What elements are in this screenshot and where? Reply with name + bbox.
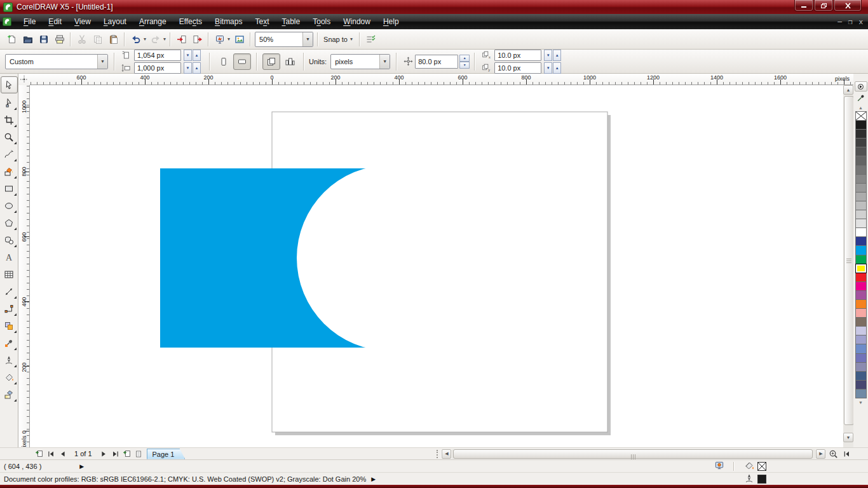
menu-bitmaps[interactable]: Bitmaps	[208, 15, 248, 28]
all-pages-button[interactable]	[262, 53, 280, 70]
fill-tool-flyout-indicator[interactable]	[14, 382, 17, 384]
palette-swatch-dusty-purple[interactable]	[855, 362, 867, 372]
first-page-button[interactable]	[46, 449, 56, 459]
palette-swatch-gray-11[interactable]	[855, 219, 867, 228]
scroll-up-button[interactable]: ▲	[843, 85, 853, 95]
interactive-fill-tool-flyout-indicator[interactable]	[14, 399, 17, 402]
copy-button[interactable]	[90, 32, 105, 46]
paste-button[interactable]	[106, 32, 121, 46]
palette-swatch-gray-03[interactable]	[855, 147, 867, 156]
ellipse-tool-flyout-indicator[interactable]	[14, 210, 17, 213]
palette-swatch-magenta[interactable]	[855, 281, 867, 291]
zoom-tool[interactable]	[1, 129, 17, 145]
freehand-tool[interactable]	[1, 146, 17, 162]
palette-swatch-dark-plum[interactable]	[855, 380, 867, 390]
save-button[interactable]	[36, 32, 51, 46]
open-button[interactable]	[20, 32, 35, 46]
print-button[interactable]	[52, 32, 67, 46]
menu-window[interactable]: Window	[337, 15, 377, 28]
fill-color-none-swatch[interactable]	[757, 462, 766, 471]
scroll-down-button[interactable]: ▼	[843, 433, 853, 442]
palette-swatch-gray-09[interactable]	[855, 201, 867, 210]
page-height-field[interactable]: 1,000 px	[134, 62, 181, 74]
page-tab[interactable]: Page 1	[147, 449, 186, 459]
outline-pen-tool-flyout-indicator[interactable]	[14, 365, 17, 367]
menu-effects[interactable]: Effects	[173, 15, 208, 28]
freehand-tool-flyout-indicator[interactable]	[14, 159, 17, 161]
crop-tool-flyout-indicator[interactable]	[14, 125, 17, 127]
next-page-button[interactable]	[99, 449, 109, 459]
duplicate-y-spinner[interactable]: ▼▲	[543, 62, 561, 74]
crop-tool[interactable]	[1, 112, 17, 128]
palette-swatch-gray-01[interactable]	[855, 129, 867, 139]
application-launcher-button-dropdown-arrow[interactable]: ▾	[227, 36, 230, 42]
palette-swatch-orange[interactable]	[855, 299, 867, 309]
redo-button-dropdown-arrow[interactable]: ▾	[163, 36, 166, 42]
units-combo[interactable]: pixels ▼	[330, 54, 390, 69]
palette-swatch-yellow[interactable]	[855, 264, 867, 273]
color-eyedropper-tool-flyout-indicator[interactable]	[14, 348, 17, 350]
snap-to-dropdown[interactable]: Snap to▾	[321, 32, 356, 46]
nudge-offset-spinner[interactable]: ▲▼	[459, 55, 470, 69]
zoom-tool-flyout-indicator[interactable]	[14, 142, 17, 144]
horizontal-scroll-thumb[interactable]	[453, 449, 813, 459]
palette-flyout-button[interactable]	[855, 81, 867, 92]
horizontal-scrollbar[interactable]: ◀ ▶	[442, 449, 825, 459]
undo-button-dropdown-arrow[interactable]: ▾	[144, 36, 146, 42]
palette-swatch-gray-07[interactable]	[855, 183, 867, 193]
dimension-tool-flyout-indicator[interactable]	[14, 296, 17, 299]
palette-swatch-white[interactable]	[855, 227, 867, 237]
palette-scroll-down-button[interactable]: ▼	[855, 400, 867, 405]
duplicate-distance-x-field[interactable]: 10.0 px	[494, 50, 541, 61]
snap-to-dropdown-arrow[interactable]: ▾	[350, 36, 353, 42]
palette-swatch-green[interactable]	[855, 255, 867, 264]
palette-swatch-gray-05[interactable]	[855, 165, 867, 175]
menu-view[interactable]: View	[68, 15, 97, 28]
add-page-button[interactable]	[34, 449, 44, 459]
pagebar-splitter-handle[interactable]	[437, 450, 442, 458]
palette-swatch-pink[interactable]	[855, 308, 867, 318]
outline-pen-icon[interactable]	[743, 473, 755, 485]
fill-tool[interactable]	[1, 369, 17, 385]
nudge-offset-field[interactable]: 80.0 px	[415, 55, 458, 69]
connector-tool-flyout-indicator[interactable]	[14, 313, 17, 316]
palette-swatch-black[interactable]	[855, 120, 867, 130]
connector-tool[interactable]	[1, 301, 17, 316]
last-page-button[interactable]	[111, 449, 121, 459]
application-launcher-button[interactable]	[212, 32, 227, 46]
add-page-button-right[interactable]	[122, 449, 132, 459]
undo-button[interactable]	[128, 32, 143, 46]
rectangle-tool-flyout-indicator[interactable]	[14, 193, 17, 196]
palette-swatch-cyan-blue[interactable]	[855, 245, 867, 255]
drawing-canvas[interactable]	[30, 85, 843, 447]
palette-swatch-lavender[interactable]	[855, 335, 867, 344]
menu-edit[interactable]: Edit	[42, 15, 68, 28]
page-preset-dropdown-arrow[interactable]: ▼	[97, 55, 107, 69]
units-dropdown-arrow[interactable]: ▼	[379, 55, 390, 69]
menu-table[interactable]: Table	[276, 15, 307, 28]
status-expand-arrow[interactable]: ▶	[79, 463, 84, 470]
outline-color-swatch[interactable]	[757, 475, 766, 484]
document-restore-button[interactable]: ❐	[848, 18, 853, 26]
portrait-orientation-button[interactable]	[215, 54, 232, 69]
palette-swatch-cornflower-blue[interactable]	[855, 344, 867, 353]
shape-tool-flyout-indicator[interactable]	[14, 107, 17, 110]
page-height-spinner[interactable]: ▼▲	[183, 62, 201, 74]
interactive-fill-tool[interactable]	[1, 386, 17, 402]
import-button[interactable]	[174, 32, 189, 46]
vertical-ruler[interactable]: pixels 10008006004002000	[18, 85, 30, 447]
table-tool[interactable]	[1, 266, 17, 282]
outline-pen-tool[interactable]	[1, 352, 17, 368]
palette-swatch-gray-02[interactable]	[855, 138, 867, 147]
zoom-page-button[interactable]	[827, 449, 839, 459]
palette-expand-button[interactable]	[841, 449, 852, 459]
smart-fill-tool-flyout-indicator[interactable]	[14, 176, 17, 179]
zoom-level-combo-arrow[interactable]: ▼	[302, 32, 313, 46]
palette-swatch-gray-08[interactable]	[855, 192, 867, 201]
text-tool[interactable]: A	[1, 249, 17, 265]
shape-tool[interactable]	[1, 95, 17, 111]
palette-swatch-brown[interactable]	[855, 317, 867, 327]
close-button[interactable]	[834, 0, 862, 11]
page-width-spinner[interactable]: ▼▲	[183, 50, 201, 61]
dimension-tool[interactable]	[1, 283, 17, 299]
